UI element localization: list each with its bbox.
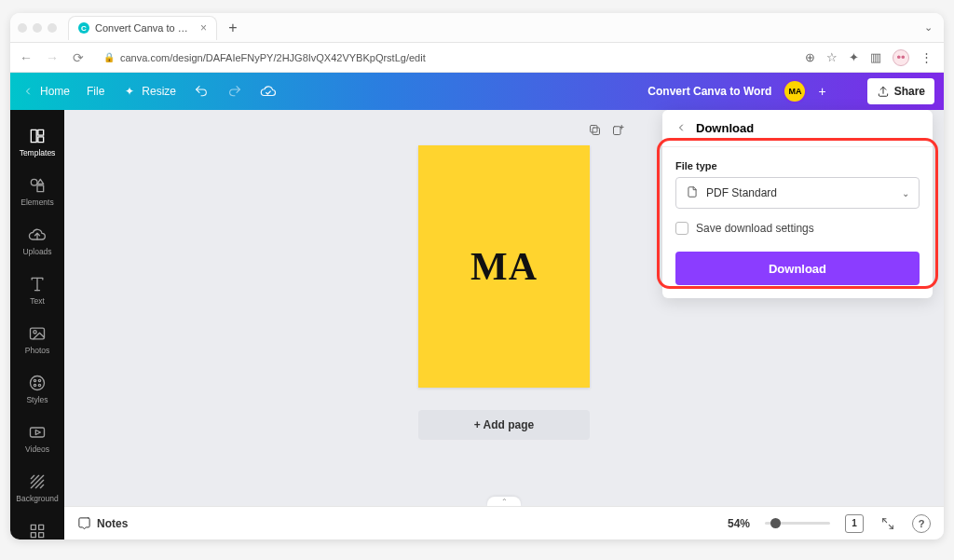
nav-reload-icon[interactable]: ⟳ [70, 50, 87, 65]
maximize-window-dot[interactable] [48, 23, 57, 33]
uploads-icon [28, 225, 47, 244]
svg-rect-13 [31, 328, 45, 339]
panel-back-icon[interactable] [675, 121, 687, 136]
sidebar-item-label: Styles [11, 395, 63, 404]
cloud-check-icon [260, 83, 277, 100]
zoom-slider-knob[interactable] [770, 518, 781, 528]
add-page-icon[interactable] [611, 123, 625, 140]
lock-icon: 🔒 [103, 52, 115, 62]
toolbar-right: Convert Canva to Word MA + Share [647, 78, 934, 104]
address-field[interactable]: 🔒 canva.com/design/DAFAIeFNyPY/2HJG8IvQX… [96, 47, 796, 69]
share-button[interactable]: Share [867, 78, 934, 104]
bookmark-icon[interactable]: ☆ [826, 50, 838, 64]
notes-button[interactable]: Notes [77, 516, 128, 530]
download-panel: Download File type PDF Standard ⌄ Save d… [662, 110, 933, 298]
install-icon[interactable]: ⊕ [805, 50, 815, 64]
file-type-label: File type [675, 160, 920, 171]
sidebar-item-elements[interactable]: Elements [10, 167, 64, 216]
background-icon [28, 472, 47, 491]
page-tools [588, 123, 625, 140]
svg-rect-29 [31, 533, 35, 538]
zoom-level[interactable]: 54% [728, 517, 750, 530]
invite-button[interactable]: + [818, 84, 825, 99]
browser-actions: ⊕ ☆ ✦ ▥ •• ⋮ [805, 49, 936, 66]
svg-rect-5 [38, 130, 44, 135]
tabs-overflow-icon[interactable]: ⌄ [920, 18, 936, 37]
new-tab-button[interactable]: + [223, 18, 243, 38]
cloud-sync-button[interactable] [260, 83, 277, 100]
photos-icon [28, 324, 47, 343]
sidebar-item-background[interactable]: Background [10, 463, 64, 512]
templates-icon [28, 127, 47, 145]
tab-title: Convert Canva to Word - Flyer [95, 22, 195, 34]
sidebar-item-styles[interactable]: Styles [10, 364, 64, 414]
profile-avatar-icon[interactable]: •• [893, 49, 909, 66]
download-button[interactable]: Download [675, 252, 920, 285]
svg-rect-33 [614, 127, 621, 135]
svg-rect-20 [31, 428, 45, 437]
titlebar: C Convert Canva to Word - Flyer × + ⌄ [10, 13, 944, 43]
panel-title: Download [696, 121, 754, 135]
chevron-down-icon: ⌄ [902, 188, 909, 198]
svg-point-7 [31, 179, 37, 185]
svg-marker-21 [35, 430, 40, 435]
resize-button[interactable]: ✦ Resize [121, 83, 176, 100]
resize-label: Resize [142, 85, 176, 98]
page-text-content[interactable]: MA [470, 244, 538, 289]
browser-tab[interactable]: C Convert Canva to Word - Flyer × [68, 16, 217, 40]
file-button[interactable]: File [87, 85, 104, 98]
svg-rect-8 [37, 185, 44, 192]
sidebar-item-photos[interactable]: Photos [10, 315, 64, 364]
svg-point-17 [38, 379, 40, 381]
sidebar-item-videos[interactable]: Videos [10, 414, 64, 463]
notes-label: Notes [97, 517, 128, 530]
sidebar-item-label: Videos [11, 444, 63, 454]
svg-rect-27 [31, 525, 35, 529]
sidebar-item-label: Text [11, 296, 63, 306]
svg-point-19 [38, 384, 40, 386]
collections-icon[interactable]: ▥ [870, 50, 881, 64]
user-avatar[interactable]: MA [784, 81, 805, 102]
save-settings-checkbox[interactable] [675, 222, 688, 235]
svg-marker-9 [37, 179, 44, 184]
extensions-icon[interactable]: ✦ [849, 50, 859, 64]
bottom-bar: Notes 54% 1 ? [64, 506, 944, 540]
home-button[interactable]: Home [20, 83, 70, 100]
undo-button[interactable] [193, 83, 210, 100]
save-settings-row[interactable]: Save download settings [675, 222, 920, 235]
close-window-dot[interactable] [18, 23, 27, 33]
add-page-button[interactable]: + Add page [418, 410, 590, 440]
page-count-button[interactable]: 1 [845, 514, 864, 533]
minimize-window-dot[interactable] [33, 23, 42, 33]
duplicate-page-icon[interactable] [588, 123, 602, 140]
canva-toolbar: Home File ✦ Resize [10, 73, 944, 110]
browser-menu-icon[interactable]: ⋮ [920, 50, 933, 64]
tab-close-icon[interactable]: × [200, 21, 207, 34]
nav-back-icon[interactable]: ← [18, 50, 34, 65]
file-type-select[interactable]: PDF Standard ⌄ [675, 177, 920, 209]
svg-line-36 [883, 518, 887, 522]
sidebar-item-all-designs[interactable]: All your de... [10, 512, 64, 540]
sidebar-item-label: Background [11, 494, 63, 503]
left-sidebar: Templates Elements Uploads Text Photos S… [10, 110, 64, 540]
svg-line-24 [31, 475, 34, 478]
zoom-slider[interactable] [765, 522, 830, 525]
sidebar-item-uploads[interactable]: Uploads [10, 216, 64, 266]
sidebar-item-label: Templates [11, 148, 63, 157]
add-page-label: + Add page [474, 418, 535, 431]
document-title[interactable]: Convert Canva to Word [647, 85, 771, 98]
insights-button[interactable] [839, 84, 854, 99]
design-page[interactable]: MA [418, 145, 590, 388]
styles-icon [28, 374, 47, 392]
download-panel-body: File type PDF Standard ⌄ Save download s… [662, 147, 933, 298]
sidebar-item-text[interactable]: Text [10, 266, 64, 315]
fullscreen-icon[interactable] [879, 516, 897, 531]
pages-drawer-handle[interactable]: ⌃ [487, 497, 521, 506]
notes-icon [77, 516, 91, 530]
save-settings-label: Save download settings [696, 222, 814, 235]
svg-rect-28 [39, 525, 44, 529]
help-icon[interactable]: ? [912, 514, 931, 533]
sidebar-item-templates[interactable]: Templates [10, 117, 64, 167]
redo-button[interactable] [226, 83, 243, 100]
file-icon [686, 185, 699, 201]
